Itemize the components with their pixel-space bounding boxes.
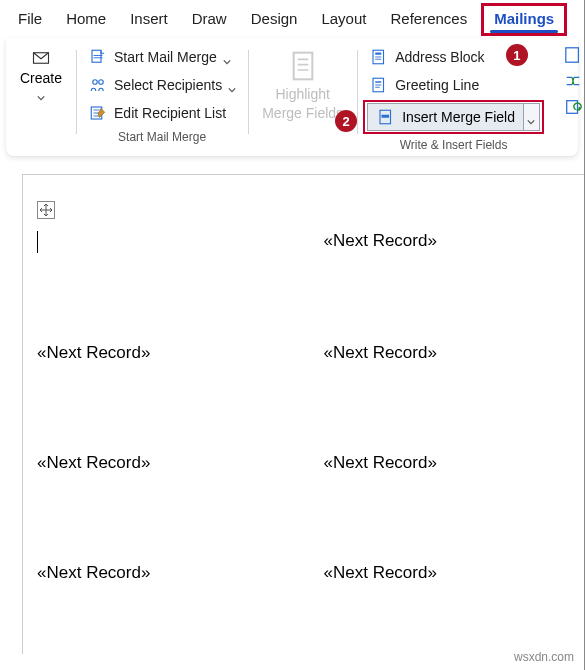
select-recipients-button[interactable]: Select Recipients (82, 72, 242, 98)
label-grid: «Next Record» «Next Record» «Next Record… (37, 231, 570, 583)
svg-point-3 (99, 80, 104, 85)
match-fields-icon[interactable] (564, 72, 582, 90)
tab-row: File Home Insert Draw Design Layout Refe… (0, 0, 584, 36)
insert-merge-field-highlight: Insert Merge Field (363, 100, 544, 134)
label-cell-4[interactable]: «Next Record» (324, 343, 571, 363)
select-recipients-label: Select Recipients (114, 77, 222, 93)
insert-merge-field-button[interactable]: Insert Merge Field (368, 104, 523, 130)
highlight-doc-icon (285, 48, 321, 84)
side-icons (564, 46, 582, 116)
tab-references[interactable]: References (380, 6, 477, 33)
address-block-label: Address Block (395, 49, 484, 65)
svg-rect-5 (293, 53, 312, 80)
chevron-down-icon (527, 113, 535, 121)
label-cell-8[interactable]: «Next Record» (324, 563, 571, 583)
tab-insert[interactable]: Insert (120, 6, 178, 33)
tab-mailings[interactable]: Mailings (481, 3, 567, 36)
group-highlight: Highlight Merge Fields (248, 42, 357, 156)
rules-icon[interactable] (564, 46, 582, 64)
ribbon: Create Start Mail Merge Select Recipient… (6, 38, 578, 156)
doc-merge-icon (88, 47, 108, 67)
insert-merge-field-dropdown[interactable] (523, 104, 539, 130)
greeting-line-label: Greeting Line (395, 77, 479, 93)
label-cell-3[interactable]: «Next Record» (37, 343, 284, 363)
callout-badge-1: 1 (506, 44, 528, 66)
callout-badge-2: 2 (335, 110, 357, 132)
table-move-handle[interactable] (37, 201, 55, 219)
svg-rect-7 (375, 53, 381, 55)
tab-design[interactable]: Design (241, 6, 308, 33)
envelope-icon (31, 48, 51, 68)
insert-merge-field-label: Insert Merge Field (402, 109, 515, 125)
greeting-line-button[interactable]: Greeting Line (363, 72, 544, 98)
create-button[interactable]: Create (12, 44, 70, 101)
document-area: «Next Record» «Next Record» «Next Record… (0, 174, 584, 654)
greeting-line-icon (369, 75, 389, 95)
chevron-down-icon (37, 89, 45, 97)
edit-list-icon (88, 103, 108, 123)
group-write-insert: Address Block Greeting Line Insert Merge… (357, 42, 550, 156)
start-mail-merge-button[interactable]: Start Mail Merge (82, 44, 242, 70)
group-start-label: Start Mail Merge (118, 126, 206, 144)
create-label: Create (20, 70, 62, 87)
update-labels-icon[interactable] (564, 98, 582, 116)
svg-point-2 (93, 80, 98, 85)
group-create: Create (6, 42, 76, 156)
document-page[interactable]: «Next Record» «Next Record» «Next Record… (22, 174, 584, 654)
label-cell-5[interactable]: «Next Record» (37, 453, 284, 473)
insert-field-icon (376, 107, 396, 127)
svg-rect-10 (382, 115, 390, 118)
label-cell-2[interactable]: «Next Record» (324, 231, 571, 253)
group-start-mail-merge: Start Mail Merge Select Recipients Edit … (76, 42, 248, 156)
group-write-label: Write & Insert Fields (400, 134, 508, 152)
label-cell-1[interactable] (37, 231, 284, 253)
recipients-icon (88, 75, 108, 95)
tab-file[interactable]: File (8, 6, 52, 33)
svg-rect-1 (92, 50, 101, 62)
edit-recipient-list-button[interactable]: Edit Recipient List (82, 100, 242, 126)
chevron-down-icon (228, 81, 236, 89)
highlight-label-2: Merge Fields (262, 105, 343, 122)
label-cell-7[interactable]: «Next Record» (37, 563, 284, 583)
tab-draw[interactable]: Draw (182, 6, 237, 33)
chevron-down-icon (223, 53, 231, 61)
tab-layout[interactable]: Layout (311, 6, 376, 33)
edit-recipient-list-label: Edit Recipient List (114, 105, 226, 121)
label-cell-6[interactable]: «Next Record» (324, 453, 571, 473)
start-mail-merge-label: Start Mail Merge (114, 49, 217, 65)
watermark: wsxdn.com (514, 650, 574, 664)
tab-home[interactable]: Home (56, 6, 116, 33)
svg-rect-11 (566, 48, 579, 62)
address-block-icon (369, 47, 389, 67)
highlight-label-1: Highlight (275, 86, 329, 103)
